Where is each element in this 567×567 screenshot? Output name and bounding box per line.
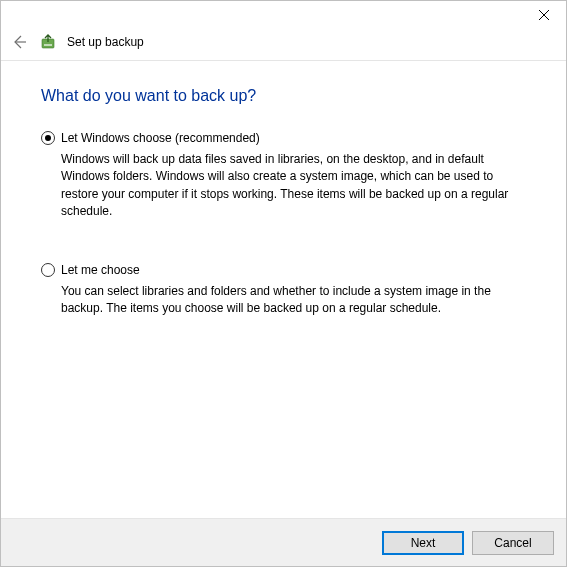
back-button[interactable] bbox=[9, 32, 29, 52]
cancel-button[interactable]: Cancel bbox=[472, 531, 554, 555]
content-area: What do you want to back up? Let Windows… bbox=[1, 61, 566, 518]
close-button[interactable] bbox=[521, 1, 566, 29]
close-icon bbox=[539, 10, 549, 20]
page-heading: What do you want to back up? bbox=[41, 87, 526, 105]
titlebar bbox=[1, 1, 566, 31]
radio-row-windows-choose[interactable]: Let Windows choose (recommended) bbox=[41, 131, 526, 145]
next-button[interactable]: Next bbox=[382, 531, 464, 555]
header-title: Set up backup bbox=[67, 35, 144, 49]
radio-label-let-me-choose: Let me choose bbox=[61, 263, 140, 277]
back-arrow-icon bbox=[11, 34, 27, 50]
radio-row-let-me-choose[interactable]: Let me choose bbox=[41, 263, 526, 277]
option-desc-let-me-choose: You can select libraries and folders and… bbox=[61, 283, 526, 318]
footer-bar: Next Cancel bbox=[1, 518, 566, 566]
header-bar: Set up backup bbox=[1, 31, 566, 61]
radio-label-windows-choose: Let Windows choose (recommended) bbox=[61, 131, 260, 145]
svg-rect-4 bbox=[44, 44, 52, 46]
option-let-windows-choose: Let Windows choose (recommended) Windows… bbox=[41, 131, 526, 221]
radio-let-me-choose[interactable] bbox=[41, 263, 55, 277]
radio-windows-choose[interactable] bbox=[41, 131, 55, 145]
wizard-window: Set up backup What do you want to back u… bbox=[0, 0, 567, 567]
option-let-me-choose: Let me choose You can select libraries a… bbox=[41, 263, 526, 318]
option-desc-windows-choose: Windows will back up data files saved in… bbox=[61, 151, 526, 221]
backup-icon bbox=[39, 33, 57, 51]
